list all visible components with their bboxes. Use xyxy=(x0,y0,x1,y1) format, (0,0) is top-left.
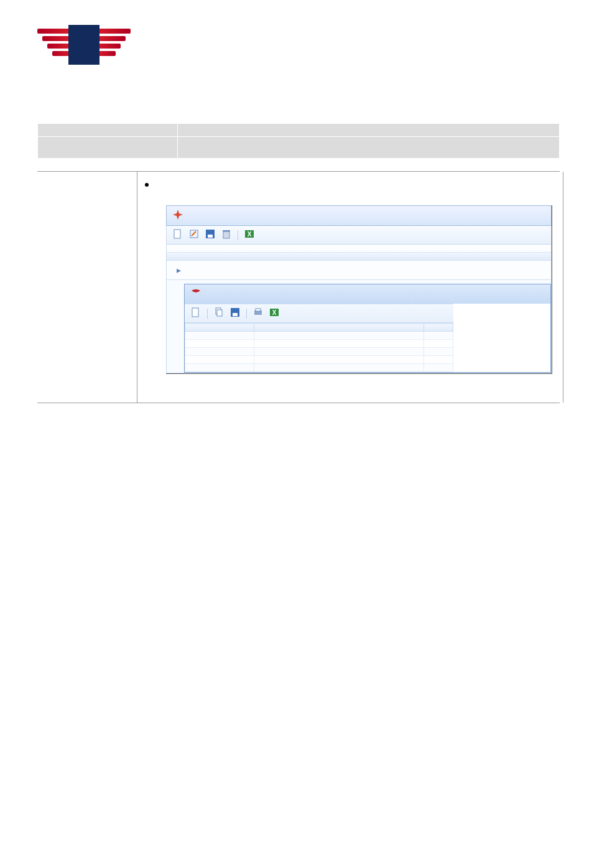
grid-cell-name xyxy=(254,364,424,372)
svg-rect-13 xyxy=(233,313,238,316)
new-icon[interactable] xyxy=(191,307,201,319)
grid-col-nimi[interactable] xyxy=(254,324,424,332)
print-icon[interactable] xyxy=(253,307,263,319)
meta-header-table xyxy=(37,123,560,159)
sparkle-icon xyxy=(173,210,183,222)
meta-col-kuvaus xyxy=(178,124,560,137)
grid-row[interactable] xyxy=(185,348,453,356)
svg-rect-6 xyxy=(223,230,230,231)
svg-rect-5 xyxy=(223,231,229,238)
save-icon[interactable] xyxy=(230,307,240,319)
grid-cell-name xyxy=(254,356,424,364)
excel-icon[interactable]: X xyxy=(269,307,279,319)
logo-wing-right-icon xyxy=(98,29,131,63)
grid-cell-code xyxy=(185,364,254,372)
sub-toolbar: X xyxy=(185,304,453,323)
categories-grid xyxy=(185,323,453,372)
wing-icon xyxy=(191,288,201,300)
save-icon[interactable] xyxy=(205,229,215,241)
sub-window: X xyxy=(184,284,551,373)
grid-cell-code xyxy=(185,348,254,356)
grid-cell-code xyxy=(185,332,254,340)
logo-wing-left-icon xyxy=(37,29,70,63)
delete-icon[interactable] xyxy=(221,229,231,241)
svg-rect-11 xyxy=(217,310,222,316)
window-titlebar xyxy=(166,205,552,226)
svg-rect-15 xyxy=(256,309,261,311)
edit-icon[interactable] xyxy=(189,229,199,241)
grid-row[interactable] xyxy=(185,340,453,348)
grid-row[interactable] xyxy=(185,364,453,372)
content-left-label xyxy=(37,172,137,403)
toolbar: X xyxy=(166,226,552,245)
content-table: X ▸ xyxy=(37,171,560,403)
row-name[interactable] xyxy=(184,264,358,276)
grid-cell-code xyxy=(185,356,254,364)
svg-marker-0 xyxy=(173,210,183,220)
excel-icon[interactable]: X xyxy=(244,229,254,241)
svg-rect-9 xyxy=(192,308,198,317)
row-code xyxy=(358,264,545,276)
grid-cell-code xyxy=(185,340,254,348)
grid-col-koodi[interactable] xyxy=(185,324,254,332)
svg-rect-4 xyxy=(208,235,213,238)
footer xyxy=(0,838,597,848)
grid-row[interactable] xyxy=(185,332,453,340)
copy-icon[interactable] xyxy=(214,307,224,319)
grid-col-a[interactable] xyxy=(424,324,453,332)
logo-letter xyxy=(68,25,100,65)
meta-col-kohta xyxy=(38,124,178,137)
grid-cell-name xyxy=(254,332,424,340)
svg-text:X: X xyxy=(272,309,277,316)
row-marker-icon: ▸ xyxy=(173,264,184,276)
svg-rect-1 xyxy=(174,230,180,238)
embedded-screenshot: X ▸ xyxy=(166,205,552,374)
logo xyxy=(37,25,149,93)
grid-cell-name xyxy=(254,340,424,348)
bullet-icon xyxy=(145,183,149,187)
grid-cell-name xyxy=(254,348,424,356)
svg-text:X: X xyxy=(248,231,252,238)
new-icon[interactable] xyxy=(173,229,183,241)
grid-row[interactable] xyxy=(185,356,453,364)
